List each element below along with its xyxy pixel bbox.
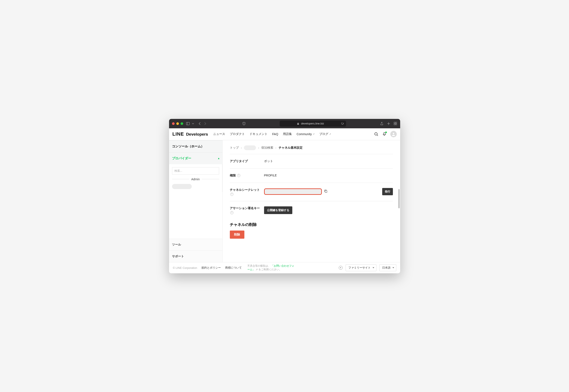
field-channel-secret: チャネルシークレット ? 発行 bbox=[230, 183, 393, 201]
nav-blog-label: ブログ bbox=[319, 132, 328, 136]
svg-rect-0 bbox=[186, 122, 190, 125]
app-header: LINE Developers ニュース プロダクト ドキュメント FAQ 用語… bbox=[169, 128, 400, 140]
sidebar-support[interactable]: サポート bbox=[169, 251, 222, 262]
external-link-icon: ↗ bbox=[313, 133, 315, 136]
delete-channel-button[interactable]: 削除 bbox=[230, 231, 244, 239]
sidebar-tools[interactable]: ツール bbox=[169, 239, 222, 251]
browser-titlebar: developers.line.biz bbox=[169, 119, 400, 128]
copy-icon[interactable] bbox=[324, 189, 327, 194]
minimize-window-button[interactable] bbox=[176, 122, 179, 125]
assertion-key-label: アサーション署名キー ? bbox=[230, 206, 260, 214]
help-icon[interactable]: ? bbox=[230, 193, 233, 196]
nav-community[interactable]: Community ↗ bbox=[297, 132, 315, 136]
permission-value: PROFILE bbox=[264, 174, 393, 177]
sidebar-provider-body: Admin bbox=[169, 164, 222, 192]
footer-trademark-link[interactable]: 商標について bbox=[225, 266, 242, 270]
sidebar-console-home-label: コンソール（ホーム） bbox=[172, 144, 204, 148]
nav-forward-icon[interactable] bbox=[203, 122, 207, 125]
footer-note-pre: 不具合等の報告は、 bbox=[247, 264, 270, 267]
help-icon[interactable]: ? bbox=[230, 211, 233, 214]
footer-note: 不具合等の報告は、 「お問い合わせフォーム」 ↗ をご利用ください。 bbox=[247, 264, 294, 271]
address-bar[interactable]: developers.line.biz bbox=[280, 121, 346, 126]
notification-dot bbox=[385, 131, 387, 133]
user-avatar[interactable] bbox=[390, 131, 397, 137]
sidebar-support-label: サポート bbox=[172, 254, 184, 258]
svg-rect-13 bbox=[325, 191, 327, 193]
brand-dev-text: Developers bbox=[186, 132, 208, 137]
svg-rect-7 bbox=[396, 122, 397, 123]
permission-label-text: 権限 bbox=[230, 174, 236, 178]
chevron-right-icon: › bbox=[275, 146, 277, 150]
app-body: コンソール（ホーム） プロバイダー ▴ Admin ツール bbox=[169, 140, 400, 262]
chevron-up-icon: ▴ bbox=[218, 157, 219, 160]
field-app-type: アプリタイプ ボット bbox=[230, 154, 393, 168]
permission-label: 権限 ? bbox=[230, 174, 260, 178]
refresh-icon[interactable] bbox=[341, 122, 344, 125]
assertion-key-label-text: アサーション署名キー bbox=[230, 206, 260, 210]
sidebar-provider-label: プロバイダー bbox=[172, 156, 191, 160]
lock-icon bbox=[296, 122, 300, 125]
channel-secret-label: チャネルシークレット ? bbox=[230, 188, 260, 196]
help-icon[interactable]: ? bbox=[237, 174, 240, 177]
brand-line-text: LINE bbox=[173, 131, 184, 137]
language-label: 日本語 bbox=[382, 266, 391, 270]
notifications-icon[interactable] bbox=[382, 132, 386, 136]
nav-glossary[interactable]: 用語集 bbox=[283, 132, 292, 136]
footer-terms-link[interactable]: 規約とポリシー bbox=[201, 266, 221, 270]
chevron-down-icon[interactable] bbox=[191, 122, 195, 125]
app-type-value: ボット bbox=[264, 159, 393, 163]
nav-faq[interactable]: FAQ bbox=[272, 132, 278, 136]
field-permission: 権限 ? PROFILE bbox=[230, 168, 393, 183]
app-type-label: アプリタイプ bbox=[230, 159, 260, 163]
sidebar-admin-label: Admin bbox=[191, 178, 200, 181]
channel-secret-value[interactable] bbox=[264, 188, 322, 195]
chevron-right-icon: › bbox=[258, 146, 259, 150]
traffic-lights bbox=[172, 122, 183, 125]
footer-copyright: © LINE Corporation bbox=[173, 266, 197, 269]
breadcrumb-channel[interactable]: 宿泊検索 bbox=[261, 146, 273, 150]
sidebar-toggle-icon[interactable] bbox=[186, 122, 190, 125]
breadcrumb-provider[interactable] bbox=[244, 145, 256, 150]
safari-window: developers.line.biz LINE Developers ニ bbox=[169, 119, 400, 273]
svg-point-12 bbox=[393, 133, 394, 134]
footer: © LINE Corporation 規約とポリシー 商標について 不具合等の報… bbox=[169, 262, 400, 273]
add-icon[interactable]: + bbox=[339, 266, 343, 270]
channel-secret-label-text: チャネルシークレット bbox=[230, 188, 260, 192]
breadcrumbs: トップ › › 宿泊検索 › チャネル基本設定 bbox=[230, 145, 393, 150]
provider-search-input[interactable] bbox=[172, 167, 219, 174]
tab-overview-icon[interactable] bbox=[394, 122, 397, 125]
sidebar-console-home[interactable]: コンソール（ホーム） bbox=[169, 140, 222, 152]
family-site-label: ファミリーサイト bbox=[348, 266, 371, 270]
url-text: developers.line.biz bbox=[301, 122, 324, 125]
delete-section: チャネルの削除 削除 bbox=[230, 216, 393, 239]
share-icon[interactable] bbox=[380, 122, 383, 125]
brand-logo[interactable]: LINE Developers bbox=[173, 131, 208, 137]
delete-section-title: チャネルの削除 bbox=[230, 222, 393, 227]
nav-docs[interactable]: ドキュメント bbox=[249, 132, 267, 136]
register-public-key-button[interactable]: 公開鍵を登録する bbox=[264, 206, 292, 214]
nav-blog[interactable]: ブログ ↗ bbox=[319, 132, 331, 136]
svg-line-11 bbox=[377, 135, 378, 136]
breadcrumb-top[interactable]: トップ bbox=[230, 146, 239, 150]
field-assertion-key: アサーション署名キー ? 公開鍵を登録する bbox=[230, 201, 393, 216]
footer-note-post: をご利用ください。 bbox=[259, 268, 282, 271]
family-site-select[interactable]: ファミリーサイト bbox=[346, 264, 376, 271]
svg-point-10 bbox=[375, 133, 377, 135]
close-window-button[interactable] bbox=[172, 122, 175, 125]
nav-products[interactable]: プロダクト bbox=[230, 132, 245, 136]
svg-rect-6 bbox=[394, 122, 395, 123]
svg-rect-8 bbox=[394, 124, 395, 125]
sidebar-provider[interactable]: プロバイダー ▴ bbox=[169, 153, 222, 164]
maximize-window-button[interactable] bbox=[181, 122, 183, 125]
scrollbar-thumb[interactable] bbox=[398, 189, 400, 208]
language-select[interactable]: 日本語 bbox=[379, 264, 396, 271]
shield-icon[interactable] bbox=[242, 122, 246, 125]
new-tab-icon[interactable] bbox=[387, 122, 390, 125]
nav-back-icon[interactable] bbox=[198, 122, 202, 125]
nav-news[interactable]: ニュース bbox=[213, 132, 225, 136]
sidebar-provider-item[interactable] bbox=[172, 184, 192, 189]
external-link-icon: ↗ bbox=[329, 133, 331, 136]
search-icon[interactable] bbox=[374, 132, 378, 136]
issue-secret-button[interactable]: 発行 bbox=[382, 188, 393, 195]
nav-community-label: Community bbox=[297, 132, 312, 136]
